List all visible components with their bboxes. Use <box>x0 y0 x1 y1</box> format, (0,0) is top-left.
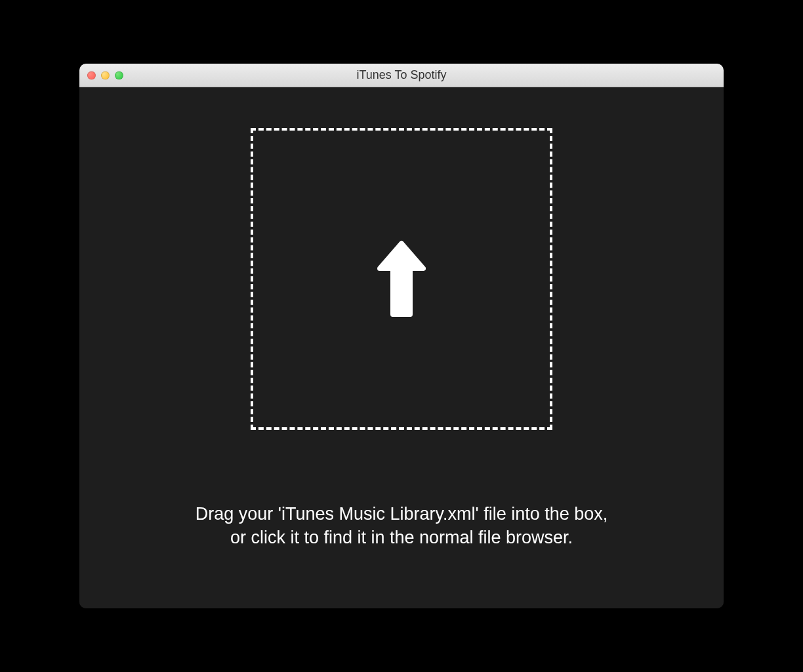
traffic-lights <box>87 71 123 79</box>
window-title: iTunes To Spotify <box>356 68 446 82</box>
upload-arrow-icon <box>377 240 426 318</box>
instruction-line-1: Drag your 'iTunes Music Library.xml' fil… <box>196 502 608 526</box>
instructions-text: Drag your 'iTunes Music Library.xml' fil… <box>196 502 608 550</box>
titlebar: iTunes To Spotify <box>79 64 724 87</box>
file-dropzone[interactable] <box>251 128 552 430</box>
maximize-button[interactable] <box>115 71 123 79</box>
instruction-line-2: or click it to find it in the normal fil… <box>196 526 608 549</box>
app-window: iTunes To Spotify Drag your 'iTunes Musi… <box>79 64 724 608</box>
close-button[interactable] <box>87 71 96 79</box>
minimize-button[interactable] <box>101 71 110 79</box>
content-area: Drag your 'iTunes Music Library.xml' fil… <box>79 87 724 608</box>
